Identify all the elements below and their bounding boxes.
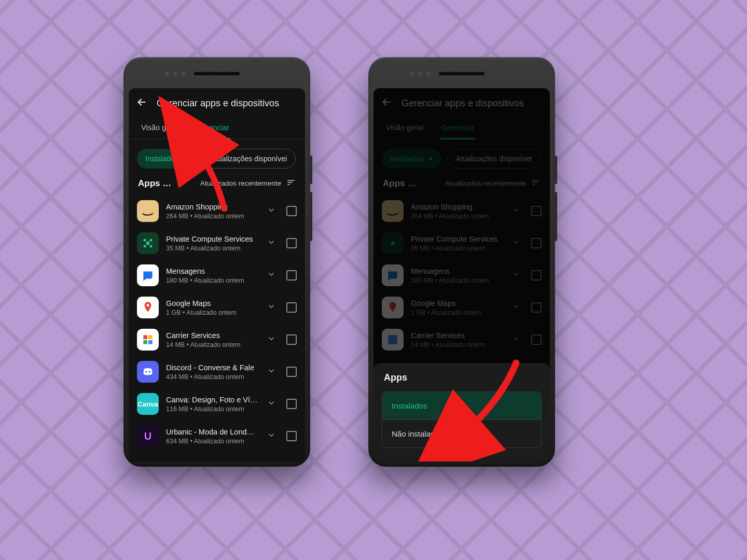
tab-manage[interactable]: Gerenciar <box>195 118 230 139</box>
select-checkbox[interactable] <box>286 399 297 409</box>
app-subtitle: 264 MB • Atualizado ontem <box>166 213 259 220</box>
tabs: Visão geral Gerenciar <box>129 115 305 139</box>
list-title: Apps … <box>138 178 171 189</box>
svg-point-1 <box>149 239 152 242</box>
app-icon-carrier <box>137 329 159 351</box>
list-header: Apps … Atualizados recentemente <box>129 174 305 195</box>
chevron-down-icon[interactable] <box>267 430 276 442</box>
phone-left: Gerenciar apps e dispositivos Visão gera… <box>123 57 310 467</box>
svg-point-5 <box>147 304 149 306</box>
app-subtitle: 1 GB • Atualizado ontem <box>166 309 259 316</box>
svg-point-3 <box>149 245 152 247</box>
app-name: Carrier Services <box>166 331 259 340</box>
app-icon-messages <box>137 264 159 286</box>
app-row[interactable]: Carrier Services 14 MB • Atualizado onte… <box>129 324 305 356</box>
app-name: Amazon Shopping <box>166 203 259 211</box>
phone-side-button <box>555 192 557 241</box>
chip-installed-label: Instalados <box>145 155 178 163</box>
app-row[interactable]: U Urbanic - Moda de Lond… 634 MB • Atual… <box>129 420 305 452</box>
app-row[interactable]: Amazon Shopping 264 MB • Atualizado onte… <box>129 195 305 227</box>
phone-side-button <box>310 156 312 184</box>
chip-updates-label: Atualizações disponívei <box>211 155 287 163</box>
sheet-options: Instalados Não instalados <box>382 391 542 448</box>
select-checkbox[interactable] <box>286 302 297 313</box>
phone-top-bezel <box>374 62 550 88</box>
select-checkbox[interactable] <box>286 431 297 441</box>
app-subtitle: 14 MB • Atualizado ontem <box>166 341 259 348</box>
app-subtitle: 180 MB • Atualizado ontem <box>166 277 259 284</box>
app-icon-canva: Canva <box>137 393 159 415</box>
app-icon-amazon <box>137 200 159 222</box>
back-arrow-icon[interactable] <box>136 96 147 110</box>
app-icon-maps <box>137 297 159 318</box>
select-checkbox[interactable] <box>286 270 297 281</box>
app-row[interactable]: Google Maps 1 GB • Atualizado ontem <box>129 291 305 324</box>
svg-rect-8 <box>143 340 147 344</box>
app-icon-urbanic: U <box>137 425 159 447</box>
select-checkbox[interactable] <box>286 334 297 345</box>
select-checkbox[interactable] <box>286 367 297 377</box>
page-title: Gerenciar apps e dispositivos <box>157 98 279 109</box>
app-icon-discord <box>137 361 159 383</box>
app-subtitle: 35 MB • Atualizado ontem <box>166 245 259 252</box>
app-name: Google Maps <box>166 299 259 307</box>
chevron-down-icon <box>184 158 188 160</box>
app-name: Private Compute Services <box>166 235 259 243</box>
app-subtitle: 634 MB • Atualizado ontem <box>166 438 259 445</box>
screen-right: Gerenciar apps e dispositivos Visão gera… <box>374 88 550 461</box>
app-row[interactable]: Canva Canva: Design, Foto e Ví… 116 MB •… <box>129 388 305 420</box>
app-row[interactable]: Private Compute Services 35 MB • Atualiz… <box>129 227 305 259</box>
chip-updates-available[interactable]: Atualizações disponívei <box>202 149 296 169</box>
app-name: Urbanic - Moda de Lond… <box>166 428 259 436</box>
chevron-down-icon[interactable] <box>267 398 276 410</box>
select-checkbox[interactable] <box>286 238 297 248</box>
app-row[interactable]: Mensagens 180 MB • Atualizado ontem <box>129 259 305 291</box>
chevron-down-icon[interactable] <box>267 302 276 313</box>
app-subtitle: 116 MB • Atualizado ontem <box>166 405 259 413</box>
app-name: Discord - Converse & Fale <box>166 363 259 372</box>
svg-point-4 <box>146 242 150 245</box>
sheet-option-not-installed[interactable]: Não instalados <box>382 420 541 447</box>
chevron-down-icon[interactable] <box>267 270 276 281</box>
sort-label[interactable]: Atualizados recentemente <box>200 179 281 187</box>
phone-side-button <box>555 156 557 184</box>
tab-overview[interactable]: Visão geral <box>140 118 179 139</box>
svg-point-10 <box>145 371 147 372</box>
app-name: Mensagens <box>166 267 259 275</box>
svg-point-2 <box>144 245 146 247</box>
appbar: Gerenciar apps e dispositivos <box>129 88 305 115</box>
sort-icon[interactable] <box>286 178 296 189</box>
chevron-down-icon[interactable] <box>267 205 276 217</box>
screen-left: Gerenciar apps e dispositivos Visão gera… <box>129 88 305 461</box>
chevron-down-icon[interactable] <box>267 334 276 345</box>
svg-point-11 <box>149 371 150 372</box>
phone-side-button <box>310 192 312 241</box>
phone-right: Gerenciar apps e dispositivos Visão gera… <box>368 57 555 467</box>
sheet-title: Apps <box>382 372 542 383</box>
app-icon-pcs <box>137 232 159 254</box>
chevron-down-icon[interactable] <box>267 366 276 377</box>
app-name: Canva: Design, Foto e Ví… <box>166 396 259 404</box>
svg-rect-7 <box>148 335 153 339</box>
sheet-option-installed[interactable]: Instalados <box>382 392 541 419</box>
chip-installed[interactable]: Instalados <box>137 149 196 169</box>
phone-top-bezel <box>129 62 305 88</box>
svg-point-0 <box>144 239 146 242</box>
chevron-down-icon[interactable] <box>267 237 276 249</box>
svg-rect-9 <box>148 340 153 344</box>
app-subtitle: 434 MB • Atualizado ontem <box>166 373 259 381</box>
svg-rect-6 <box>143 335 147 339</box>
bottom-sheet-apps: Apps Instalados Não instalados <box>374 363 550 461</box>
app-row[interactable]: Discord - Converse & Fale 434 MB • Atual… <box>129 356 305 388</box>
select-checkbox[interactable] <box>286 206 297 216</box>
filter-chips: Instalados Atualizações disponívei <box>129 139 305 174</box>
